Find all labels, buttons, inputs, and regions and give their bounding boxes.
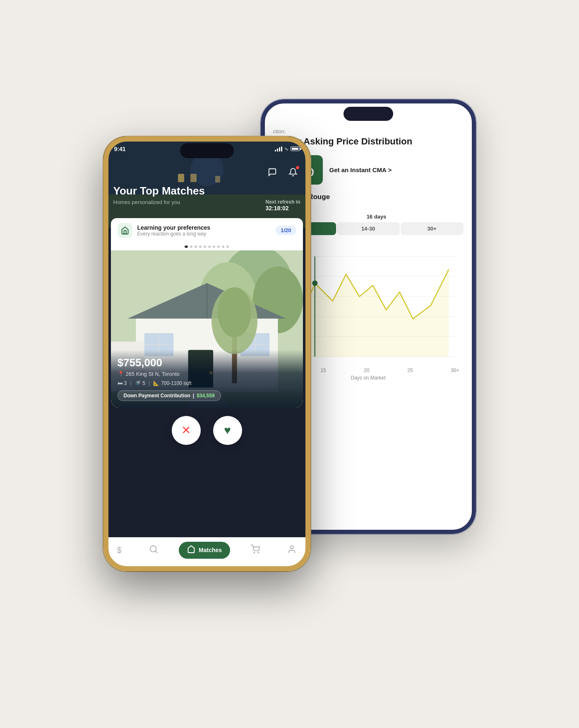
refresh-info: Next refresh in 32:18:02 (265, 199, 300, 211)
back-header-label: ction: (273, 128, 464, 135)
refresh-time: 32:18:02 (265, 205, 300, 211)
property-card[interactable]: $755,000 📍 265 King St N, Toronto 🛏 3 | (111, 250, 303, 408)
down-payment-label: Down Payment Contribution (124, 393, 190, 399)
pref-counter: 1/20 (276, 226, 296, 235)
pref-subtitle: Every reaction goes a long way (137, 231, 271, 237)
pref-home-icon (118, 223, 132, 238)
action-buttons: ✕ ♥ (111, 408, 303, 451)
phone-front: 9:41 ∿ (103, 137, 310, 571)
nav-item-dollar[interactable]: $ (111, 543, 128, 557)
x-label-30plus: 30+ (451, 368, 459, 373)
signal-icon (275, 147, 282, 151)
dot-2 (190, 245, 192, 248)
dollar-icon: $ (117, 545, 122, 555)
refresh-label: Next refresh in (265, 199, 300, 205)
home-icon-active (187, 545, 195, 555)
nav-item-cart[interactable] (244, 542, 267, 558)
person-icon (287, 545, 296, 556)
down-payment-badge: Down Payment Contribution | $34,559 (118, 390, 221, 401)
svg-point-40 (291, 545, 293, 548)
status-icons: ∿ (275, 146, 300, 152)
dot-1 (185, 245, 188, 248)
front-title: Your Top Matches (113, 185, 300, 197)
dots-row (111, 243, 303, 250)
dot-4 (199, 245, 202, 248)
sqft-icon: 📐 (153, 380, 159, 386)
scene: ction: e Over Asking Price Distribution … (103, 74, 476, 654)
location-icon: 📍 (118, 371, 124, 377)
days-segment-14-30[interactable]: 14-30 (337, 222, 400, 235)
down-payment-amount: $34,559 (197, 393, 214, 399)
nav-item-profile[interactable] (281, 542, 303, 558)
nav-matches-label: Matches (199, 547, 222, 553)
dot-6 (208, 245, 211, 248)
dot-9 (222, 245, 224, 248)
x-label-25: 25 (407, 368, 413, 373)
property-price: $755,000 (118, 356, 296, 369)
dot-10 (226, 245, 229, 248)
cma-link[interactable]: Get an Instant CMA > (329, 166, 392, 173)
battery-icon (291, 147, 300, 151)
beds-spec: 🛏 3 (118, 380, 127, 386)
svg-point-7 (312, 280, 317, 286)
sqft-spec: 📐 700-1100 sqft (153, 380, 191, 386)
cart-icon (251, 545, 260, 556)
dot-8 (217, 245, 220, 248)
property-specs: 🛏 3 | 🚿 5 | 📐 700-1100 sqft (118, 380, 296, 386)
search-icon (149, 545, 158, 556)
dot-5 (204, 245, 206, 248)
pref-text: Learning your preferences Every reaction… (137, 224, 271, 237)
phone-front-content: Your Top Matches Homes personalized for … (103, 137, 310, 571)
bottom-nav: $ Matches (103, 537, 310, 571)
like-button[interactable]: ♥ (213, 416, 242, 445)
property-address: 📍 265 King St N, Toronto (118, 371, 296, 377)
nav-item-search[interactable] (142, 542, 165, 558)
dot-3 (195, 245, 197, 248)
front-subtitle: Homes personalized for you (113, 199, 180, 205)
pref-title: Learning your preferences (137, 224, 271, 231)
preference-banner: Learning your preferences Every reaction… (111, 218, 303, 243)
dislike-button[interactable]: ✕ (172, 416, 201, 445)
bed-icon: 🛏 (118, 380, 123, 386)
message-icon[interactable] (265, 165, 280, 180)
nav-item-matches[interactable]: Matches (179, 542, 230, 559)
svg-point-38 (254, 552, 255, 553)
card-area: Learning your preferences Every reaction… (103, 218, 310, 537)
property-overlay: $755,000 📍 265 King St N, Toronto 🛏 3 | (111, 350, 303, 408)
x-label-15: 15 (320, 368, 326, 373)
svg-point-39 (258, 552, 259, 553)
phone-back-notch (344, 107, 393, 121)
baths-spec: 🚿 5 (135, 380, 145, 386)
front-header-icons (113, 165, 300, 180)
svg-line-37 (155, 551, 157, 553)
down-payment-divider: | (193, 393, 194, 399)
dot-7 (213, 245, 215, 248)
status-bar: 9:41 ∿ (114, 146, 300, 152)
status-time: 9:41 (114, 146, 126, 152)
notification-icon[interactable] (286, 165, 300, 180)
days-segment-30plus[interactable]: 30+ (401, 222, 464, 235)
front-subtitle-row: Homes personalized for you Next refresh … (113, 199, 300, 211)
bath-icon: 🚿 (135, 380, 141, 386)
svg-point-33 (218, 287, 251, 337)
wifi-icon: ∿ (284, 146, 288, 152)
x-label-20: 20 (364, 368, 369, 373)
